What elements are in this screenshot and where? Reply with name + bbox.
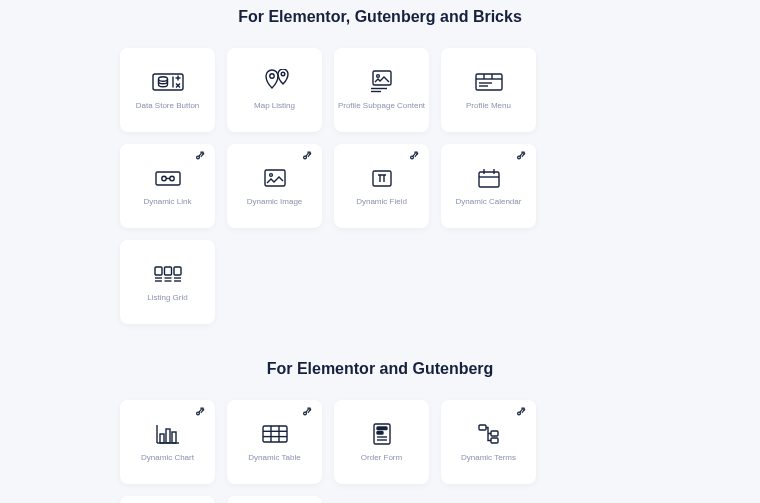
widget-label: Dynamic Chart	[141, 453, 194, 463]
svg-rect-62	[491, 431, 498, 436]
svg-rect-47	[166, 429, 170, 443]
widget-card-terms[interactable]: Dynamic Terms	[441, 400, 536, 484]
widget-label: Dynamic Table	[248, 453, 300, 463]
dynamic-badge-icon	[409, 150, 419, 160]
field-icon	[365, 165, 399, 191]
widget-label: Dynamic Image	[247, 197, 303, 207]
svg-point-8	[281, 72, 285, 76]
dynamic-badge-icon	[195, 406, 205, 416]
widget-label: Map Listing	[254, 101, 295, 111]
svg-rect-35	[164, 267, 171, 275]
widget-card-data-store[interactable]: Data Store Button	[120, 48, 215, 132]
profile-menu-icon	[472, 69, 506, 95]
table-icon	[258, 421, 292, 447]
widget-label: Dynamic Field	[356, 197, 407, 207]
section-title-1: For Elementor, Gutenberg and Bricks	[120, 8, 640, 26]
image-icon	[258, 165, 292, 191]
widget-card-profile-menu[interactable]: Profile Menu	[441, 48, 536, 132]
widget-label: Dynamic Calendar	[456, 197, 522, 207]
widget-card-repeater[interactable]: Dynamic Repeater	[120, 496, 215, 503]
grid-1: Data Store Button Map Listing Profile Su…	[120, 48, 640, 324]
widget-card-grid[interactable]: Listing Grid	[120, 240, 215, 324]
widget-card-link[interactable]: Dynamic Link	[120, 144, 215, 228]
form-icon	[365, 421, 399, 447]
svg-point-21	[161, 177, 165, 181]
dynamic-badge-icon	[302, 150, 312, 160]
svg-rect-61	[479, 425, 486, 430]
svg-rect-48	[172, 432, 176, 443]
terms-icon	[472, 421, 506, 447]
widget-card-map-pin[interactable]: Map Listing	[227, 48, 322, 132]
svg-rect-46	[160, 434, 164, 443]
widgets-container: For Elementor, Gutenberg and Bricks Data…	[0, 0, 760, 503]
widget-card-meta[interactable]: Dynamic Meta	[227, 496, 322, 503]
widget-card-profile-content[interactable]: Profile Subpage Content	[334, 48, 429, 132]
widget-label: Profile Menu	[466, 101, 511, 111]
widget-label: Dynamic Link	[143, 197, 191, 207]
dynamic-badge-icon	[516, 150, 526, 160]
grid-icon	[151, 261, 185, 287]
widget-label: Order Form	[361, 453, 402, 463]
svg-point-26	[269, 174, 272, 177]
svg-rect-30	[479, 172, 499, 187]
dynamic-badge-icon	[516, 406, 526, 416]
link-icon	[151, 165, 185, 191]
svg-point-1	[158, 77, 167, 81]
section-title-2: For Elementor and Gutenberg	[120, 360, 640, 378]
svg-rect-57	[377, 432, 383, 435]
svg-rect-28	[373, 171, 391, 186]
svg-rect-34	[155, 267, 162, 275]
data-store-icon	[151, 69, 185, 95]
profile-content-icon	[365, 69, 399, 95]
svg-rect-36	[174, 267, 181, 275]
grid-2: Dynamic Chart Dynamic Table Order Form D…	[120, 400, 640, 503]
svg-rect-13	[476, 74, 502, 90]
svg-point-22	[169, 177, 173, 181]
svg-rect-25	[265, 170, 285, 186]
calendar-icon	[472, 165, 506, 191]
map-pin-icon	[258, 69, 292, 95]
widget-card-table[interactable]: Dynamic Table	[227, 400, 322, 484]
widget-label: Dynamic Terms	[461, 453, 516, 463]
widget-card-field[interactable]: Dynamic Field	[334, 144, 429, 228]
widget-label: Listing Grid	[147, 293, 187, 303]
widget-card-form[interactable]: Order Form	[334, 400, 429, 484]
dynamic-badge-icon	[195, 150, 205, 160]
widget-card-chart[interactable]: Dynamic Chart	[120, 400, 215, 484]
svg-point-10	[376, 75, 379, 78]
svg-rect-63	[491, 438, 498, 443]
chart-icon	[151, 421, 185, 447]
widget-card-calendar[interactable]: Dynamic Calendar	[441, 144, 536, 228]
svg-rect-9	[373, 71, 391, 85]
widget-label: Data Store Button	[136, 101, 200, 111]
widget-card-image[interactable]: Dynamic Image	[227, 144, 322, 228]
svg-rect-56	[377, 427, 387, 430]
svg-rect-50	[263, 426, 287, 442]
widget-label: Profile Subpage Content	[338, 101, 425, 111]
svg-point-7	[269, 74, 273, 78]
dynamic-badge-icon	[302, 406, 312, 416]
